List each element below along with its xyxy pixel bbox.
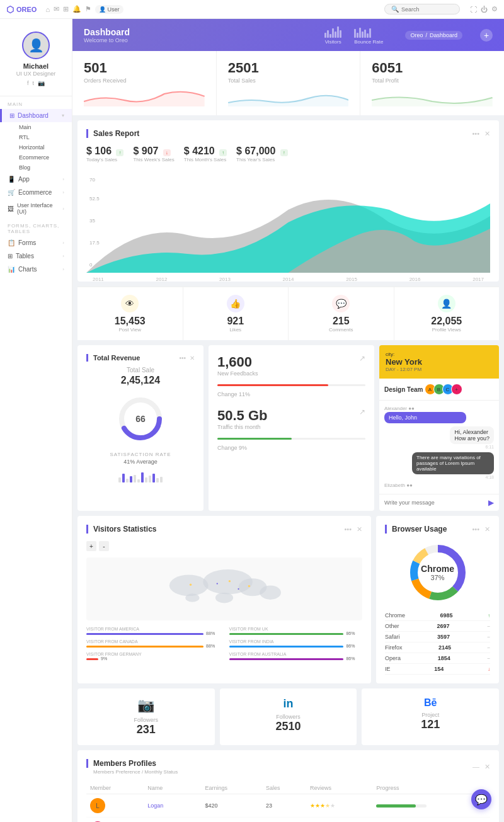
charts-icon: 📊 [8, 266, 15, 273]
floating-chat-button[interactable]: 💬 [471, 789, 491, 809]
sidebar-item-blog[interactable]: Blog [14, 163, 72, 173]
send-button[interactable]: ▶ [488, 498, 494, 507]
arrow-up-icon: ↑ [488, 613, 490, 619]
map-zoom-in[interactable]: + [86, 541, 96, 551]
star-full: ★ [310, 802, 315, 809]
col-sales: Sales [262, 782, 306, 794]
search-bar[interactable]: 🔍 [384, 4, 460, 14]
sidebar-item-label: RTL [19, 134, 30, 140]
chevron-right-icon: › [62, 190, 64, 195]
engagement-count: 15,453 [85, 316, 175, 327]
nav-icon-mail[interactable]: ✉ [54, 5, 59, 13]
chat-input[interactable] [384, 499, 486, 506]
social-label: Followers [86, 717, 206, 723]
twitter-link[interactable]: t [33, 80, 35, 86]
revenue-card: Total Revenue ••• ✕ Total Sale 2,45,124 [77, 345, 203, 511]
svg-point-12 [185, 593, 200, 602]
sidebar-item-rtl[interactable]: RTL [14, 132, 72, 142]
arrow-neutral-icon: ~ [487, 624, 490, 629]
chat-team-name: Design Team [384, 386, 423, 393]
instagram-link[interactable]: 📷 [38, 80, 45, 86]
revenue-close-icon[interactable]: ✕ [190, 355, 195, 362]
trend-icon: ↗ [359, 408, 365, 416]
change-label: Change 9% [217, 445, 365, 451]
metric-label: This Year's Sales [236, 157, 288, 163]
add-button[interactable]: + [480, 29, 493, 42]
bar [332, 28, 334, 38]
right-icons: ⛶ ⏻ ⚙ [470, 5, 498, 13]
mini-bar [149, 476, 151, 482]
svg-point-15 [248, 585, 250, 587]
browser-item-name: IE [385, 666, 391, 672]
visitor-label: VISITOR FROM AUSTRALIA [229, 652, 363, 656]
sidebar-item-dashboard[interactable]: ⊞ Dashboard ▾ [0, 109, 72, 122]
fullscreen-icon[interactable]: ⛶ [470, 6, 477, 13]
metric-badge: ↑ [219, 149, 227, 156]
sales-metrics: $ 106 ↑ Today's Sales $ 907 ↓ This Week'… [86, 146, 490, 163]
svg-point-17 [238, 588, 239, 590]
stat-chart [84, 89, 205, 106]
svg-text:35: 35 [89, 218, 95, 224]
brand-logo: ⬡ OREO [6, 4, 37, 14]
visitors-browser-row: Visitors Statistics ••• ✕ + - [77, 516, 499, 683]
engagement-label: Profile Views [402, 327, 492, 333]
settings-icon[interactable]: ⚙ [491, 5, 498, 13]
sale-label: Total Sale [86, 367, 195, 374]
stat-chart [372, 89, 493, 106]
sidebar-item-tables[interactable]: ⊞ Tables › [0, 249, 72, 263]
chart-year: 2011 [93, 277, 104, 282]
sidebar-item-main[interactable]: Main [14, 122, 72, 132]
chart-labels: 2011 2012 2013 2014 2015 2016 2017 [86, 277, 490, 282]
facebook-link[interactable]: f [27, 80, 29, 86]
sidebar-item-ecommerce[interactable]: 🛒 Ecommerce › [0, 186, 72, 199]
sidebar-item-forms[interactable]: 📋 Forms › [0, 236, 72, 249]
close-icon[interactable]: ✕ [484, 130, 490, 138]
star-full: ★ [315, 802, 320, 809]
mini-bar [130, 476, 132, 482]
sidebar-item-label: Charts [18, 266, 37, 273]
svg-text:0: 0 [89, 262, 93, 268]
revenue-more-icon[interactable]: ••• [179, 355, 186, 362]
sidebar-item-charts[interactable]: 📊 Charts › [0, 263, 72, 276]
sidebar-item-horizontal[interactable]: Horizontal [14, 142, 72, 152]
power-icon[interactable]: ⏻ [481, 6, 488, 13]
nav-icon-bell[interactable]: 🔔 [72, 5, 81, 13]
bar [367, 33, 369, 38]
progress-track [217, 438, 365, 440]
more-options-icon[interactable]: ••• [472, 130, 479, 138]
browser-item-name: Other [385, 623, 399, 629]
bar [359, 28, 361, 38]
sidebar-item-ui[interactable]: 🖼 User Interface (UI) › [0, 199, 72, 218]
progress-track [376, 804, 427, 808]
cell-avatar: I [86, 818, 144, 823]
nav-icon-home[interactable]: ⌂ [45, 6, 50, 13]
map-zoom-out[interactable]: - [99, 541, 109, 551]
more-options-icon[interactable]: ••• [472, 525, 479, 534]
arrow-neutral-icon: ~ [487, 645, 490, 651]
sidebar-item-ecommerce-sub[interactable]: Ecommerce [14, 152, 72, 163]
more-options-icon[interactable]: — [472, 763, 479, 771]
chevron-right-icon: › [62, 176, 64, 182]
cell-earnings: $350 [202, 818, 262, 823]
section-title: Sales Report [86, 129, 139, 138]
engagement-row: 👁 15,453 Post View 👍 921 Likes 💬 215 Com… [77, 287, 499, 340]
more-options-icon[interactable]: ••• [344, 525, 352, 534]
sidebar: 👤 Michael UI UX Designer f t 📷 MAIN ⊞ Da… [0, 19, 72, 822]
nav-icon-flag[interactable]: ⚑ [85, 5, 91, 13]
close-icon[interactable]: ✕ [484, 525, 490, 534]
city-name: New York [386, 357, 493, 367]
sidebar-item-app[interactable]: 📱 App › [0, 173, 72, 186]
chevron-down-icon: ▾ [62, 113, 64, 118]
close-icon[interactable]: ✕ [357, 525, 362, 534]
cell-earnings: $420 [202, 794, 262, 818]
nav-icon-grid[interactable]: ⊞ [63, 5, 69, 13]
sidebar-item-label: User Interface (UI) [17, 202, 59, 215]
engagement-label: Post View [85, 327, 175, 333]
member-name-link[interactable]: Logan [147, 802, 163, 809]
mini-bar [160, 477, 163, 482]
close-icon[interactable]: ✕ [484, 763, 490, 771]
ecommerce-icon: 🛒 [8, 189, 15, 196]
breadcrumb-home[interactable]: Oreo [410, 32, 423, 38]
search-input[interactable] [401, 6, 445, 13]
chevron-right-icon: › [62, 253, 64, 259]
